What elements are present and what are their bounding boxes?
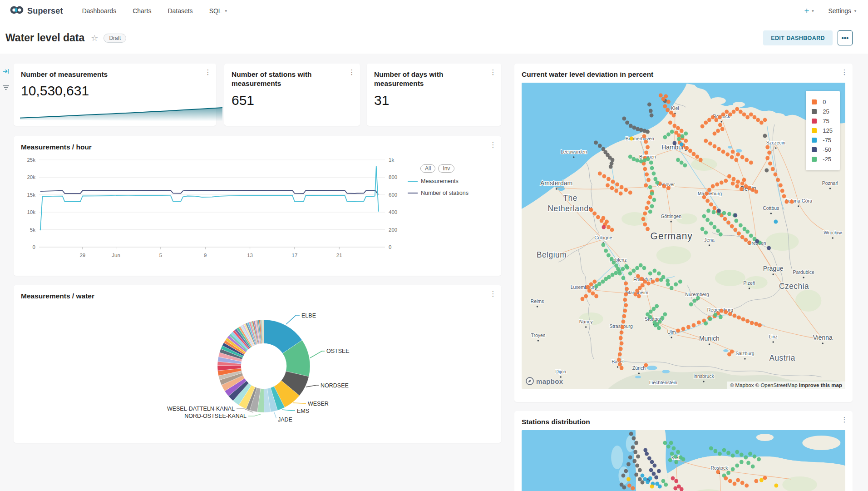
svg-text:25k: 25k (27, 157, 35, 163)
kpi-value: 31 (374, 93, 484, 108)
hour-chart-legend: AllInv MeasurementsNumber of stations (408, 154, 490, 267)
svg-text:Kiel: Kiel (671, 105, 679, 111)
svg-text:Germany: Germany (651, 231, 693, 242)
svg-text:Prague: Prague (763, 265, 784, 272)
chevron-down-icon: ▼ (853, 9, 857, 13)
map-legend-row[interactable]: 0 (812, 99, 833, 105)
card-menu-icon[interactable]: ⋮ (488, 68, 498, 79)
superset-brand[interactable]: Superset (10, 5, 63, 17)
card-title: Number of measurements (21, 70, 199, 79)
card-title: Number of days with measurements (374, 70, 484, 89)
kpi-value: 651 (232, 93, 343, 108)
legend-value: 125 (823, 127, 833, 134)
water-donut-chart: ELBEOSTSEENORDSEEWESEREMSJADENORD-OSTSEE… (21, 303, 494, 434)
legend-item[interactable]: Measurements (408, 178, 490, 184)
svg-text:Belgium: Belgium (537, 250, 567, 259)
legend-pill-inv[interactable]: Inv (438, 164, 454, 173)
map-legend-row[interactable]: -75 (812, 137, 833, 144)
card-menu-icon[interactable]: ⋮ (202, 68, 213, 79)
filter-bar-collapsed (0, 54, 12, 491)
svg-text:10k: 10k (27, 210, 35, 215)
new-item-button[interactable]: +▼ (804, 6, 814, 16)
map-legend-row[interactable]: 125 (812, 127, 833, 134)
nav-item-sql[interactable]: SQL▼ (209, 7, 228, 15)
kpi-value: 10,530,631 (21, 83, 199, 99)
card-menu-icon[interactable]: ⋮ (346, 68, 357, 79)
edit-dashboard-button[interactable]: EDIT DASHBOARD (763, 30, 833, 45)
svg-text:Nancy: Nancy (579, 319, 593, 324)
svg-text:800: 800 (389, 175, 397, 180)
card-title: Stations distribution (522, 417, 835, 427)
svg-text:Wrocław: Wrocław (824, 230, 842, 235)
legend-line-swatch (408, 193, 418, 193)
card-title: Measurements / water (21, 292, 484, 301)
card-menu-icon[interactable]: ⋮ (839, 68, 850, 79)
deviation-map-card: Current water level deviation in percent… (514, 64, 853, 402)
filter-icon[interactable] (2, 84, 10, 93)
kpi-card-stations: Number of stations with measurements ⋮ 6… (224, 64, 360, 126)
svg-text:Cottbus: Cottbus (763, 205, 779, 211)
svg-text:Innsbruck: Innsbruck (693, 373, 714, 379)
page-title: Water level data (5, 32, 84, 44)
svg-text:Ulm: Ulm (667, 329, 676, 335)
svg-text:20k: 20k (27, 175, 35, 180)
legend-value: -25 (823, 156, 831, 163)
svg-text:Szczecin: Szczecin (766, 140, 785, 145)
svg-text:Czechia: Czechia (779, 282, 809, 291)
legend-swatch (812, 138, 817, 143)
map-legend-row[interactable]: 75 (812, 118, 833, 124)
legend-pill-all[interactable]: All (420, 164, 435, 173)
card-title: Number of stations with measurements (232, 70, 343, 89)
chevron-down-icon: ▼ (224, 9, 228, 13)
dashboard-more-button[interactable]: ••• (838, 30, 853, 45)
svg-text:Göttingen: Göttingen (661, 213, 681, 219)
svg-text:9: 9 (204, 253, 207, 258)
svg-text:ELBE: ELBE (301, 312, 316, 319)
nav-item-dashboards[interactable]: Dashboards (82, 7, 117, 15)
svg-text:Reims: Reims (531, 298, 544, 304)
svg-text:Cologne: Cologne (594, 235, 612, 240)
svg-text:13: 13 (247, 253, 253, 258)
chevron-down-icon: ▼ (811, 9, 815, 13)
map-legend-row[interactable]: -50 (812, 146, 833, 153)
map-legend-row[interactable]: 25 (812, 108, 833, 115)
settings-menu[interactable]: Settings▼ (828, 7, 857, 15)
attribution-text: © Mapbox © OpenStreetMap (730, 382, 798, 388)
stations-map[interactable]: KielRostock (522, 430, 845, 491)
measurements-hour-card: Measurements / hour ⋮ 005k20010k40015k60… (14, 136, 501, 276)
svg-text:600: 600 (389, 192, 397, 198)
expand-filter-bar-icon[interactable] (3, 68, 9, 76)
card-menu-icon[interactable]: ⋮ (488, 141, 498, 152)
mapbox-logo[interactable]: mapbox (525, 377, 563, 386)
stations-map-card: Stations distribution ⋮ KielRostock (514, 411, 853, 491)
card-menu-icon[interactable]: ⋮ (839, 416, 850, 427)
legend-swatch (812, 147, 817, 152)
deviation-map[interactable]: LeeuwardenAmsterdamTheNetherlandsKielBre… (522, 83, 845, 389)
nav-item-charts[interactable]: Charts (133, 7, 151, 15)
improve-map-link[interactable]: Improve this map (799, 382, 842, 388)
svg-text:29: 29 (79, 253, 85, 258)
brand-name: Superset (27, 6, 63, 16)
svg-text:Jun: Jun (112, 253, 120, 258)
svg-text:JADE: JADE (278, 417, 292, 423)
svg-text:Rostock: Rostock (710, 465, 728, 471)
svg-text:Pardubice: Pardubice (793, 269, 814, 275)
svg-text:Vienna: Vienna (813, 334, 833, 341)
svg-text:1k: 1k (389, 157, 394, 163)
card-menu-icon[interactable]: ⋮ (488, 290, 498, 301)
svg-text:Troyes: Troyes (531, 332, 545, 338)
svg-text:15k: 15k (27, 192, 35, 198)
nav-items: DashboardsChartsDatasetsSQL▼ (82, 7, 228, 15)
legend-item[interactable]: Number of stations (408, 190, 490, 196)
card-title: Measurements / hour (21, 143, 484, 152)
favorite-star-icon[interactable]: ☆ (91, 33, 98, 43)
svg-text:WESEL-DATTELN-KANAL: WESEL-DATTELN-KANAL (167, 406, 235, 412)
legend-value: -75 (823, 137, 831, 144)
svg-text:21: 21 (336, 253, 342, 258)
svg-text:Zielona Góra: Zielona Góra (784, 198, 812, 203)
nav-item-datasets[interactable]: Datasets (168, 7, 192, 15)
svg-text:Munich: Munich (699, 335, 720, 342)
measurements-water-card: Measurements / water ⋮ ELBEOSTSEENORDSEE… (14, 285, 501, 443)
map-legend-row[interactable]: -25 (812, 156, 833, 163)
svg-text:NORDSEE: NORDSEE (321, 382, 349, 389)
